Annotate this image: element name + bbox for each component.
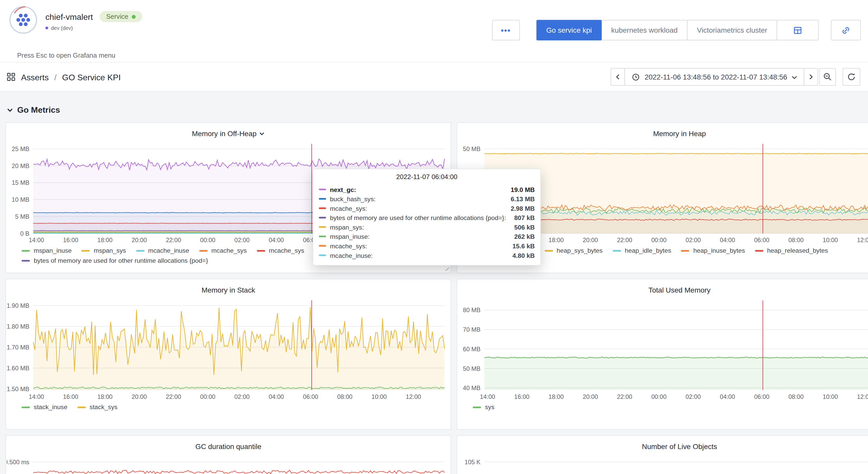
- panel-title-memory-in-off-heap[interactable]: Memory in Off-Heap: [6, 123, 451, 139]
- chart-gc-duration-quantile[interactable]: 0.500 ms14:0016:0018:0020:0022:0000:0002…: [7, 452, 450, 474]
- chart-legend: stack_inusestack_sys: [6, 402, 451, 411]
- svg-text:50 MB: 50 MB: [463, 365, 480, 372]
- panel-title-text: Total Used Memory: [649, 285, 711, 294]
- svg-text:12:00: 12:00: [857, 394, 868, 400]
- legend-item-mcache-sys[interactable]: mcache_sys: [199, 247, 247, 255]
- svg-text:1.60 MB: 1.60 MB: [7, 365, 29, 372]
- panel-title-text: Memory in Heap: [653, 129, 706, 137]
- zoom-out-button[interactable]: [819, 68, 836, 86]
- svg-text:12:00: 12:00: [857, 237, 868, 243]
- dashboard-toolbar: Asserts / GO Service KPI 2022-11-06 13:4…: [0, 62, 868, 92]
- svg-text:04:00: 04:00: [720, 394, 735, 400]
- legend-swatch: [613, 250, 621, 251]
- environment-dot: [45, 27, 48, 29]
- legend-swatch: [22, 407, 30, 408]
- dashboard-grid-button[interactable]: [777, 20, 818, 40]
- legend-item-heap-sys-bytes[interactable]: heap_sys_bytes: [545, 247, 603, 255]
- svg-text:14:00: 14:00: [29, 237, 44, 243]
- panel-title-number-of-live-objects[interactable]: Number of Live Objects: [457, 436, 868, 452]
- svg-text:1.70 MB: 1.70 MB: [7, 344, 29, 351]
- svg-text:80 MB: 80 MB: [463, 307, 480, 313]
- svg-text:15 MB: 15 MB: [12, 179, 29, 186]
- panel-gc-duration-quantile: GC duration quantile0.500 ms14:0016:0018…: [5, 435, 451, 474]
- panel-title-text: GC duration quantile: [195, 442, 261, 450]
- share-link-button[interactable]: [831, 20, 861, 40]
- svg-text:10:00: 10:00: [371, 394, 386, 400]
- legend-item-mcache-inuse[interactable]: mcache_inuse: [136, 247, 189, 255]
- app-header: chief-vmalert Service dev (dev) Press Es…: [0, 0, 868, 62]
- header-actions: ••• Go service kpikubernetes workloadVic…: [492, 20, 861, 40]
- time-controls: 2022-11-06 13:48:56 to 2022-11-07 13:48:…: [612, 68, 860, 86]
- svg-text:70 MB: 70 MB: [463, 326, 480, 333]
- table-grid-icon: [793, 26, 802, 34]
- panel-title-memory-in-stack[interactable]: Memory in Stack: [6, 279, 451, 296]
- service-status-dot: [132, 15, 135, 19]
- svg-text:06:00: 06:00: [754, 394, 769, 400]
- chart-tooltip: 2022-11-07 06:04:00next_gc:19.0 MBbuck_h…: [313, 169, 540, 266]
- panel-title-memory-in-heap[interactable]: Memory in Heap: [457, 123, 868, 139]
- dashboard-tab-group: Go service kpikubernetes workloadVictori…: [537, 20, 777, 40]
- panel-title-text: Memory in Stack: [202, 285, 255, 294]
- panel-resize-handle[interactable]: [443, 266, 449, 271]
- svg-text:04:00: 04:00: [269, 394, 284, 400]
- svg-text:22:00: 22:00: [617, 394, 632, 400]
- chevron-down-icon: [792, 74, 797, 79]
- svg-text:14:00: 14:00: [480, 394, 495, 400]
- legend-item-mcache-sys[interactable]: mcache_sys: [257, 247, 305, 255]
- service-identity: chief-vmalert Service dev (dev): [45, 5, 142, 31]
- section-title: Go Metrics: [17, 105, 60, 114]
- panel-menu-caret-icon: [259, 131, 265, 136]
- chart-memory-in-stack[interactable]: 1.90 MB1.80 MB1.70 MB1.60 MB1.50 MB14:00…: [7, 296, 450, 402]
- panel-number-of-live-objects: Number of Live Objects105 K14:0016:0018:…: [457, 435, 868, 474]
- apps-grid-icon[interactable]: [7, 73, 16, 81]
- service-title: chief-vmalert: [45, 12, 93, 21]
- svg-text:04:00: 04:00: [269, 237, 284, 243]
- legend-swatch: [22, 250, 30, 251]
- svg-text:16:00: 16:00: [63, 394, 78, 400]
- legend-item-sys[interactable]: sys: [473, 403, 494, 411]
- chevron-right-icon: [808, 73, 814, 81]
- svg-text:02:00: 02:00: [686, 394, 701, 400]
- chart-number-of-live-objects[interactable]: 105 K14:0016:0018:0020:0022:0000:0002:00…: [458, 452, 868, 474]
- refresh-button[interactable]: [842, 68, 860, 86]
- tab-kubernetes-workload[interactable]: kubernetes workload: [601, 20, 687, 40]
- legend-item-stack-inuse[interactable]: stack_inuse: [22, 403, 67, 411]
- svg-text:20:00: 20:00: [583, 394, 598, 400]
- panel-title-total-used-memory[interactable]: Total Used Memory: [457, 279, 868, 296]
- legend-item-heap-idle-bytes[interactable]: heap_idle_bytes: [613, 247, 671, 255]
- svg-text:40 MB: 40 MB: [463, 385, 480, 392]
- svg-text:0.500 ms: 0.500 ms: [7, 459, 29, 466]
- legend-item-mspan-sys[interactable]: mspan_sys: [82, 247, 126, 255]
- legend-item-heap-inuse-bytes[interactable]: heap_inuse_bytes: [681, 247, 745, 255]
- more-options-button[interactable]: •••: [492, 20, 520, 40]
- legend-swatch: [77, 407, 86, 408]
- breadcrumb-root[interactable]: Asserts: [21, 72, 49, 81]
- legend-item-heap-released-bytes[interactable]: heap_released_bytes: [755, 247, 828, 255]
- time-shift-forward-button[interactable]: [804, 68, 818, 86]
- link-icon: [841, 26, 850, 34]
- time-range-picker[interactable]: 2022-11-06 13:48:56 to 2022-11-07 13:48:…: [625, 68, 804, 86]
- svg-text:18:00: 18:00: [549, 394, 564, 400]
- svg-text:18:00: 18:00: [549, 237, 564, 243]
- tooltip-row-mspan-sys: mspan_sys:506 kB: [319, 222, 535, 232]
- tooltip-row-buck-hash-sys: buck_hash_sys:6.13 MB: [319, 194, 535, 204]
- legend-item-bytes-of-memory-are-used-for-other-runti[interactable]: bytes of memory are used for other runti…: [22, 257, 208, 265]
- svg-text:00:00: 00:00: [651, 237, 666, 243]
- svg-text:5 MB: 5 MB: [15, 213, 29, 220]
- chart-total-used-memory[interactable]: 80 MB70 MB60 MB50 MB40 MB14:0016:0018:00…: [458, 296, 868, 402]
- svg-text:1.90 MB: 1.90 MB: [7, 302, 29, 309]
- section-go-metrics[interactable]: Go Metrics: [0, 92, 868, 122]
- series-marker-icon: [319, 255, 326, 256]
- svg-text:10:00: 10:00: [823, 394, 838, 400]
- svg-text:06:00: 06:00: [303, 394, 318, 400]
- legend-swatch: [22, 260, 30, 262]
- tab-go-service-kpi[interactable]: Go service kpi: [536, 20, 602, 40]
- breadcrumb: Asserts / GO Service KPI: [7, 72, 121, 81]
- legend-item-mspan-inuse[interactable]: mspan_inuse: [22, 247, 72, 255]
- section-chevron-icon: [7, 106, 13, 113]
- svg-text:0 B: 0 B: [20, 230, 29, 237]
- tab-victoriametrics-cluster[interactable]: Victoriametrics cluster: [687, 20, 777, 40]
- panel-title-gc-duration-quantile[interactable]: GC duration quantile: [6, 436, 451, 452]
- legend-item-stack-sys[interactable]: stack_sys: [77, 403, 118, 411]
- time-shift-back-button[interactable]: [611, 68, 625, 86]
